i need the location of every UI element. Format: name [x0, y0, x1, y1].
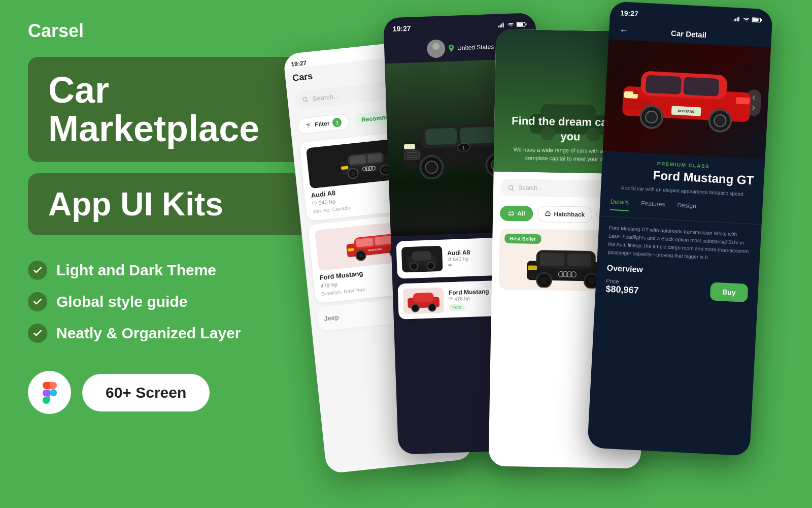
- svg-point-63: [410, 263, 418, 270]
- svg-rect-51: [460, 126, 496, 144]
- filter-icon: [305, 122, 312, 129]
- svg-text:L: L: [462, 145, 465, 150]
- svg-line-9: [306, 123, 311, 124]
- p4-car-hero: MUSTANG: [603, 39, 771, 159]
- svg-rect-122: [633, 90, 639, 94]
- battery-icon-p2: [517, 22, 527, 27]
- search-placeholder: Search...: [312, 92, 339, 102]
- signal-icon-p2: [498, 22, 505, 27]
- svg-rect-50: [425, 128, 457, 145]
- car-icon-hatchback: [545, 211, 551, 217]
- svg-rect-53: [404, 144, 415, 149]
- headline-box: Car Marketplace: [28, 57, 312, 162]
- mustang-detail-svg: MUSTANG: [612, 57, 762, 141]
- feature-item-3: Neatly & Organized Layer: [28, 324, 312, 343]
- location-pin-icon: [448, 45, 454, 52]
- p3-all-button[interactable]: All: [500, 206, 533, 221]
- svg-rect-96: [528, 265, 537, 270]
- p4-body: Ford Mustang GT with automatic transmiss…: [595, 216, 761, 310]
- svg-point-77: [509, 185, 513, 189]
- p3-hatchback-label: Hatchback: [554, 210, 585, 218]
- car-icon-all: [508, 210, 514, 216]
- svg-point-71: [412, 304, 419, 312]
- svg-rect-39: [501, 23, 502, 27]
- feature-item-1: Light and Dark Theme: [28, 261, 312, 280]
- feature-list: Light and Dark Theme Global style guide …: [28, 261, 312, 343]
- filter-count-badge: 1: [332, 117, 342, 128]
- left-panel: Carsel Car Marketplace App UI Kits Light…: [28, 20, 312, 414]
- filter-button[interactable]: Filter 1: [297, 113, 350, 135]
- subheadline-box: App UI Kits: [28, 173, 312, 235]
- tab-features[interactable]: Features: [640, 200, 665, 213]
- p2-ford-badge: Ford: [449, 303, 465, 311]
- svg-rect-103: [735, 18, 736, 21]
- tab-design[interactable]: Design: [677, 202, 697, 215]
- svg-rect-15: [367, 153, 383, 163]
- p4-time: 19:27: [620, 9, 639, 18]
- svg-line-78: [512, 188, 514, 190]
- p2-audi-name: Audi A8: [447, 248, 470, 257]
- svg-point-121: [714, 114, 726, 126]
- phones-container: 19:27 Cars Search... Filter 1 Recommend: [304, 0, 812, 508]
- p2-ford-name: Ford Mustang: [449, 288, 489, 296]
- svg-rect-90: [540, 253, 565, 266]
- p4-price-value: $80,967: [605, 283, 639, 296]
- figma-badge: [28, 371, 71, 414]
- svg-rect-102: [733, 19, 734, 21]
- svg-point-7: [303, 97, 307, 101]
- figma-icon: [39, 382, 61, 404]
- svg-rect-114: [736, 97, 750, 105]
- main-headline: Car Marketplace: [48, 71, 292, 148]
- svg-rect-37: [498, 26, 499, 28]
- hp-icon: [312, 200, 317, 206]
- search-icon: [301, 96, 309, 103]
- mini-car-svg: [402, 247, 442, 272]
- battery-icon-p4: [752, 17, 762, 23]
- svg-rect-104: [736, 17, 737, 21]
- feature-item-2: Global style guide: [28, 292, 312, 311]
- filter-label: Filter: [314, 120, 330, 129]
- svg-rect-40: [503, 22, 504, 27]
- svg-rect-38: [500, 24, 501, 27]
- svg-point-64: [427, 262, 434, 270]
- best-seller-tag: Best Seller: [504, 234, 541, 244]
- mini-mustang-svg: [404, 289, 444, 313]
- wifi-icon-p2: [507, 22, 515, 27]
- svg-rect-29: [375, 236, 391, 245]
- check-icon-1: [28, 261, 47, 280]
- svg-rect-70: [413, 293, 434, 303]
- brand-title: Carsel: [28, 20, 312, 42]
- svg-rect-108: [761, 19, 762, 21]
- svg-point-119: [646, 111, 658, 123]
- p2-time: 19:27: [393, 24, 411, 33]
- p3-search-icon: [507, 184, 514, 190]
- tab-details[interactable]: Details: [610, 198, 629, 211]
- p3-all-label: All: [517, 210, 525, 217]
- audi-logo-mini: [448, 263, 452, 267]
- svg-rect-107: [753, 18, 759, 22]
- feature-text-3: Neatly & Organized Layer: [56, 325, 241, 342]
- svg-point-45: [430, 51, 443, 56]
- svg-point-44: [432, 43, 439, 50]
- buy-button[interactable]: Buy: [709, 282, 748, 302]
- p4-header-title: Car Detail: [671, 29, 707, 40]
- check-icon-3: [28, 324, 47, 343]
- p3-hatchback-button[interactable]: Hatchback: [537, 206, 592, 223]
- signal-icon-p4: [733, 16, 741, 22]
- svg-rect-42: [517, 23, 523, 26]
- p2-ford-stats: ⟳ 478 hp: [449, 295, 489, 302]
- user-avatar: [427, 39, 446, 58]
- svg-rect-62: [412, 251, 431, 261]
- p4-description: Ford Mustang GT with automatic transmiss…: [607, 224, 751, 264]
- phone-car-detail-dark: 19:27 ← Car Detail: [587, 1, 773, 456]
- bottom-bar: 60+ Screen: [28, 371, 312, 414]
- back-button[interactable]: ←: [619, 25, 629, 36]
- wifi-icon-p4: [742, 17, 750, 22]
- svg-line-8: [307, 101, 308, 102]
- svg-rect-112: [683, 77, 719, 97]
- avatar-svg: [428, 41, 444, 56]
- check-icon-2: [28, 292, 47, 311]
- p4-header-spacer: [749, 37, 761, 38]
- svg-rect-105: [738, 16, 739, 21]
- p4-price-row: Price $80,967 Buy: [605, 277, 749, 303]
